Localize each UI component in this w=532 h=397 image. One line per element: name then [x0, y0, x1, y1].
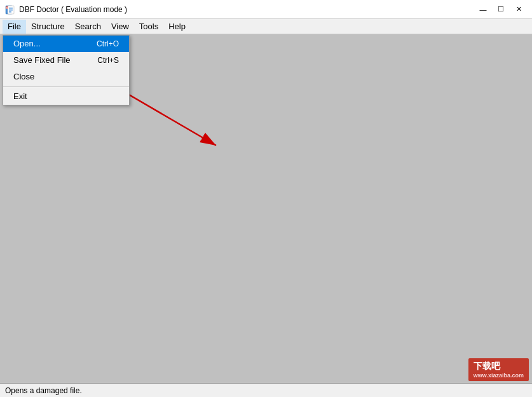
app-icon: R	[5, 4, 15, 15]
svg-rect-2	[9, 8, 13, 9]
status-bar: Opens a damaged file.	[0, 383, 532, 397]
menu-separator	[3, 86, 129, 87]
menu-item-search[interactable]: Search	[70, 20, 106, 34]
exit-label: Exit	[13, 91, 27, 101]
close-label: Close	[13, 72, 34, 81]
menu-bar: File Open... Ctrl+O Save Fixed File Ctrl…	[0, 19, 532, 34]
save-fixed-label: Save Fixed File	[13, 55, 71, 65]
menu-close[interactable]: Close	[3, 69, 129, 85]
menu-item-view[interactable]: View	[106, 20, 134, 34]
title-bar: R DBF Doctor ( Evaluation mode ) — ☐ ✕	[0, 0, 532, 19]
menu-exit[interactable]: Exit	[3, 88, 129, 105]
title-bar-text: DBF Doctor ( Evaluation mode )	[19, 5, 127, 14]
title-bar-left: R DBF Doctor ( Evaluation mode )	[5, 4, 127, 15]
file-dropdown: Open... Ctrl+O Save Fixed File Ctrl+S Cl…	[3, 35, 130, 105]
minimize-button[interactable]: —	[475, 3, 491, 16]
menu-item-tools[interactable]: Tools	[134, 20, 163, 34]
svg-rect-4	[9, 11, 11, 13]
menu-open[interactable]: Open... Ctrl+O	[3, 36, 129, 52]
watermark: 下载吧 www.xiazaiba.com	[468, 358, 529, 381]
watermark-sub: www.xiazaiba.com	[474, 372, 524, 379]
maximize-button[interactable]: ☐	[493, 3, 509, 16]
menu-item-file[interactable]: File Open... Ctrl+O Save Fixed File Ctrl…	[3, 20, 26, 34]
menu-save-fixed[interactable]: Save Fixed File Ctrl+S	[3, 52, 129, 69]
menu-item-structure[interactable]: Structure	[26, 20, 70, 34]
open-label: Open...	[13, 39, 41, 48]
watermark-text: 下载吧	[474, 361, 500, 371]
open-shortcut: Ctrl+O	[97, 39, 119, 48]
close-button[interactable]: ✕	[510, 3, 527, 16]
status-text: Opens a damaged file.	[5, 386, 82, 395]
svg-rect-3	[9, 10, 13, 11]
save-fixed-shortcut: Ctrl+S	[97, 56, 119, 65]
title-bar-controls: — ☐ ✕	[475, 3, 527, 16]
menu-item-help[interactable]: Help	[163, 20, 191, 34]
